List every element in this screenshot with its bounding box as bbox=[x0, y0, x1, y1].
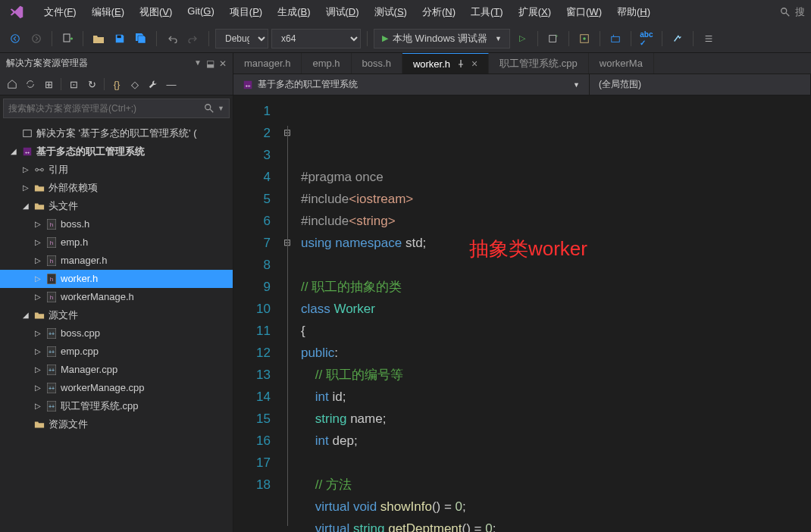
menu-x[interactable]: 扩展(X) bbox=[511, 2, 559, 22]
file-boss-h[interactable]: ▷hboss.h bbox=[0, 215, 233, 233]
svg-text:++: ++ bbox=[49, 368, 55, 373]
dropdown-icon[interactable]: ▼ bbox=[194, 58, 202, 69]
tool-icon-2[interactable] bbox=[575, 30, 593, 48]
file-manager-h[interactable]: ▷hmanager.h bbox=[0, 252, 233, 270]
tree-label: emp.cpp bbox=[61, 344, 99, 359]
tool-icon-1[interactable] bbox=[544, 30, 562, 48]
resources-node[interactable]: 资源文件 bbox=[0, 415, 233, 433]
file-icon: h bbox=[45, 291, 58, 303]
redo-icon bbox=[184, 30, 202, 48]
menu-b[interactable]: 生成(B) bbox=[270, 2, 318, 22]
svg-point-0 bbox=[781, 8, 787, 14]
close-icon[interactable]: × bbox=[471, 58, 478, 70]
menu-t[interactable]: 工具(T) bbox=[463, 2, 511, 22]
cpp-project-icon: ++ bbox=[243, 80, 253, 90]
menu-h[interactable]: 帮助(H) bbox=[609, 2, 658, 22]
file-workerManage-h[interactable]: ▷hworkerManage.h bbox=[0, 288, 233, 306]
view-icon[interactable]: ◇ bbox=[127, 77, 142, 92]
close-icon[interactable]: ✕ bbox=[219, 58, 227, 69]
brace-icon[interactable]: {} bbox=[109, 77, 124, 92]
save-icon[interactable] bbox=[111, 30, 129, 48]
solution-node[interactable]: 解决方案 '基于多态的职工管理系统' ( bbox=[0, 124, 233, 142]
svg-point-2 bbox=[11, 34, 20, 42]
tree-label: boss.h bbox=[61, 217, 89, 232]
play2-icon[interactable]: ▷ bbox=[513, 30, 531, 48]
svg-text:++: ++ bbox=[49, 331, 55, 336]
svg-point-8 bbox=[583, 37, 586, 40]
meter-icon[interactable]: ⊡ bbox=[66, 77, 81, 92]
file-icon bbox=[33, 418, 45, 430]
menu-e[interactable]: 编辑(E) bbox=[84, 2, 132, 22]
svg-text:++: ++ bbox=[245, 82, 251, 87]
file-workerManage-cpp[interactable]: ▷++workerManage.cpp bbox=[0, 379, 233, 397]
svg-text:h: h bbox=[50, 294, 53, 301]
wrench-icon[interactable] bbox=[146, 77, 161, 92]
fold-gutter[interactable]: ⊟⊟ bbox=[280, 95, 295, 532]
sources-node[interactable]: ◢源文件 bbox=[0, 306, 233, 324]
tab-职工管理系统-cpp[interactable]: 职工管理系统.cpp bbox=[489, 53, 589, 74]
tool-icon-3[interactable] bbox=[606, 30, 625, 48]
panel-title: 解决方案资源管理器 bbox=[6, 57, 88, 70]
tab-label: 职工管理系统.cpp bbox=[499, 57, 578, 70]
file-emp-h[interactable]: ▷hemp.h bbox=[0, 233, 233, 252]
nav-bar: ++ 基于多态的职工管理系统 ▼ (全局范围) bbox=[233, 74, 811, 95]
menu-g[interactable]: Git(G) bbox=[180, 2, 221, 22]
code-editor[interactable]: 抽象类worker #pragma once#include<iostream>… bbox=[295, 95, 811, 532]
refresh-icon[interactable]: ↻ bbox=[84, 77, 99, 92]
home-icon[interactable] bbox=[5, 77, 20, 92]
project-node[interactable]: ◢++基于多态的职工管理系统 bbox=[0, 142, 233, 161]
menu-n[interactable]: 分析(N) bbox=[415, 2, 463, 22]
pin-icon[interactable] bbox=[456, 59, 465, 68]
ext-node[interactable]: ▷外部依赖项 bbox=[0, 179, 233, 197]
open-icon[interactable] bbox=[89, 30, 108, 48]
nav-fwd-icon[interactable] bbox=[27, 30, 45, 48]
tool-icon-6[interactable] bbox=[700, 30, 718, 48]
editor-area: manager.hemp.hboss.hworker.h×职工管理系统.cppw… bbox=[233, 53, 811, 532]
tree-icon[interactable]: ⊞ bbox=[41, 77, 56, 92]
tree-label: worker.h bbox=[61, 271, 98, 286]
menu-s[interactable]: 测试(S) bbox=[367, 2, 415, 22]
file-职工管理系统-cpp[interactable]: ▷++职工管理系统.cpp bbox=[0, 397, 233, 415]
undo-icon[interactable] bbox=[163, 30, 181, 48]
tool-icon-5[interactable] bbox=[669, 30, 687, 48]
save-all-icon[interactable] bbox=[132, 30, 150, 48]
tab-emp-h[interactable]: emp.h bbox=[302, 53, 351, 74]
file-worker-h[interactable]: ▷hworker.h bbox=[0, 270, 233, 288]
tool-icon-4[interactable]: abc✓ bbox=[637, 30, 656, 48]
nav-back-icon[interactable] bbox=[6, 30, 24, 48]
tab-manager-h[interactable]: manager.h bbox=[233, 53, 302, 74]
solution-explorer: 解决方案资源管理器 ▼ ⬓ ✕ ⊞ ⊡ ↻ {} ◇ — ▼ 解决方案 '基于多… bbox=[0, 53, 233, 532]
svg-point-19 bbox=[36, 168, 39, 171]
platform-select[interactable]: x64 bbox=[271, 29, 361, 49]
panel-search[interactable]: ▼ bbox=[3, 99, 230, 118]
menu-f[interactable]: 文件(F) bbox=[36, 2, 84, 22]
menu-w[interactable]: 窗口(W) bbox=[559, 2, 609, 22]
file-Manager-cpp[interactable]: ▷++Manager.cpp bbox=[0, 361, 233, 379]
tree-label: 解决方案 '基于多态的职工管理系统' ( bbox=[36, 126, 197, 141]
file-boss-cpp[interactable]: ▷++boss.cpp bbox=[0, 324, 233, 343]
menu-search[interactable]: 搜 bbox=[780, 5, 805, 19]
panel-search-input[interactable] bbox=[8, 103, 204, 114]
menu-v[interactable]: 视图(V) bbox=[132, 2, 180, 22]
menu-p[interactable]: 项目(P) bbox=[222, 2, 270, 22]
tab-workerMa[interactable]: workerMa bbox=[589, 53, 654, 74]
menu-d[interactable]: 调试(D) bbox=[318, 2, 367, 22]
nav-scope[interactable]: (全局范围) bbox=[590, 74, 811, 95]
run-button[interactable]: ▶ 本地 Windows 调试器 ▼ bbox=[374, 29, 510, 49]
file-icon: h bbox=[45, 218, 58, 230]
tab-boss-h[interactable]: boss.h bbox=[352, 53, 402, 74]
refs-node[interactable]: ▷引用 bbox=[0, 161, 233, 179]
file-emp-cpp[interactable]: ▷++emp.cpp bbox=[0, 343, 233, 361]
nav-project[interactable]: ++ 基于多态的职工管理系统 ▼ bbox=[233, 74, 590, 95]
sync-icon[interactable] bbox=[23, 77, 38, 92]
line-numbers: 123456789101112131415161718 bbox=[233, 95, 280, 532]
file-icon: ++ bbox=[45, 346, 58, 358]
file-icon: h bbox=[45, 236, 58, 249]
tree-label: boss.cpp bbox=[61, 326, 100, 341]
tab-worker-h[interactable]: worker.h× bbox=[402, 53, 489, 74]
pin-icon[interactable]: ⬓ bbox=[206, 58, 214, 69]
new-file-icon[interactable] bbox=[58, 30, 77, 48]
config-select[interactable]: Debug bbox=[215, 29, 268, 49]
misc-icon[interactable]: — bbox=[164, 77, 179, 92]
headers-node[interactable]: ◢头文件 bbox=[0, 197, 233, 215]
